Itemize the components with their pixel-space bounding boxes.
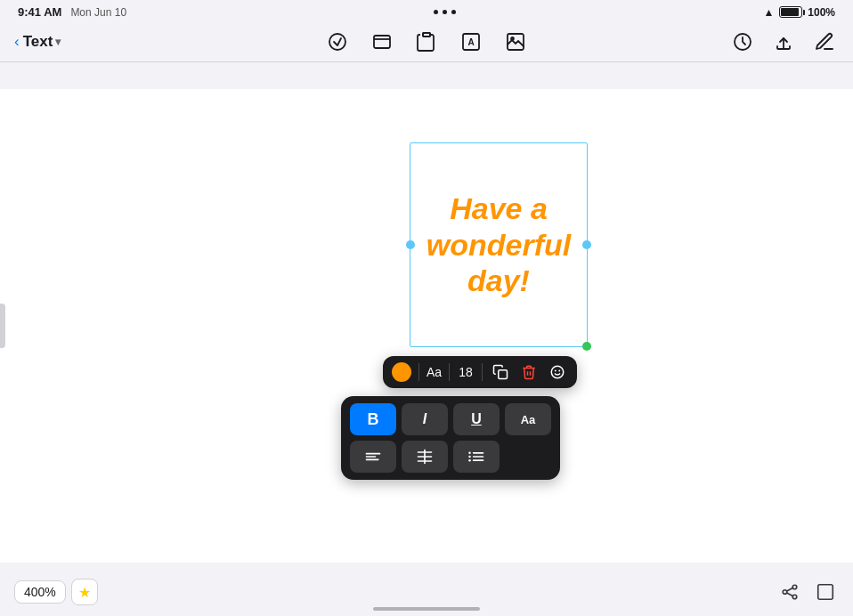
main-toolbar: ‹ Text ▾ bbox=[0, 22, 853, 62]
resize-handle-corner[interactable] bbox=[582, 342, 591, 351]
resize-handle-right[interactable] bbox=[582, 240, 591, 249]
status-bar: 9:41 AM Mon Jun 10 ▲ 100% bbox=[0, 0, 853, 22]
font-style-button[interactable]: Aa bbox=[505, 403, 551, 435]
separator2 bbox=[449, 363, 450, 381]
format-row-2 bbox=[350, 441, 551, 473]
chevron-down-icon: ▾ bbox=[55, 36, 61, 48]
svg-point-0 bbox=[329, 34, 345, 50]
format-toolbar: B I U Aa bbox=[341, 396, 560, 480]
battery-tip bbox=[803, 10, 805, 15]
dot2 bbox=[443, 10, 447, 14]
float-toolbar: Aa 18 bbox=[383, 356, 577, 388]
text-box[interactable]: Have a wonderful day! bbox=[410, 142, 588, 347]
battery-pct: 100% bbox=[808, 6, 835, 19]
format-row-1: B I U Aa bbox=[350, 403, 551, 435]
zoom-percent[interactable]: 400% bbox=[14, 580, 66, 604]
svg-rect-33 bbox=[818, 585, 833, 600]
text-box-content: Have a wonderful day! bbox=[410, 182, 587, 308]
emoji-button[interactable] bbox=[547, 361, 568, 383]
dot1 bbox=[434, 10, 438, 14]
text-box-container[interactable]: Have a wonderful day! bbox=[410, 142, 588, 347]
toolbar-center: A bbox=[323, 28, 530, 56]
separator1 bbox=[418, 363, 419, 381]
title-button[interactable]: Text ▾ bbox=[23, 33, 61, 51]
distribute-button[interactable] bbox=[402, 441, 448, 473]
dot3 bbox=[451, 10, 456, 14]
svg-rect-11 bbox=[499, 370, 508, 379]
color-picker-button[interactable] bbox=[392, 362, 411, 382]
underline-button[interactable]: U bbox=[453, 403, 500, 435]
font-button[interactable]: Aa bbox=[426, 365, 442, 379]
battery-icon bbox=[779, 6, 802, 18]
svg-rect-4 bbox=[423, 33, 430, 36]
image-icon[interactable] bbox=[501, 28, 530, 56]
svg-line-31 bbox=[787, 588, 792, 591]
share-icon[interactable] bbox=[769, 28, 798, 56]
canvas-area[interactable]: Have a wonderful day! Aa 18 bbox=[0, 89, 853, 563]
toolbar-left: ‹ Text ▾ bbox=[14, 33, 61, 51]
svg-line-32 bbox=[787, 593, 792, 596]
time: 9:41 AM bbox=[18, 5, 61, 19]
back-chevron-icon: ‹ bbox=[14, 33, 20, 51]
copy-button[interactable] bbox=[490, 361, 511, 383]
document-title: Text bbox=[23, 33, 53, 51]
back-button[interactable]: ‹ bbox=[14, 33, 20, 51]
star-icon: ★ bbox=[78, 584, 91, 601]
svg-point-28 bbox=[792, 585, 797, 589]
battery-fill bbox=[781, 8, 799, 16]
status-bar-center bbox=[434, 10, 456, 14]
toolbar-right bbox=[728, 28, 839, 56]
resize-handle-left[interactable] bbox=[406, 240, 415, 249]
svg-point-30 bbox=[792, 595, 797, 599]
network-share-icon[interactable] bbox=[776, 579, 803, 605]
fullscreen-icon[interactable] bbox=[812, 579, 839, 605]
svg-text:A: A bbox=[467, 37, 474, 47]
list-button[interactable] bbox=[453, 441, 500, 473]
svg-point-12 bbox=[551, 366, 564, 378]
text-format-icon[interactable]: A bbox=[457, 28, 485, 56]
bottom-right bbox=[776, 579, 839, 605]
svg-rect-1 bbox=[374, 36, 390, 48]
layers-icon[interactable] bbox=[368, 28, 396, 56]
status-bar-right: ▲ 100% bbox=[763, 6, 835, 19]
align-left-button[interactable] bbox=[350, 441, 396, 473]
wifi-icon: ▲ bbox=[763, 6, 774, 19]
bold-button[interactable]: B bbox=[350, 403, 396, 435]
font-size-button[interactable]: 18 bbox=[457, 365, 475, 379]
annotate-icon[interactable] bbox=[323, 28, 352, 56]
date: Mon Jun 10 bbox=[70, 6, 126, 19]
home-indicator bbox=[373, 607, 480, 611]
separator3 bbox=[482, 363, 483, 381]
edit-icon[interactable] bbox=[810, 28, 839, 56]
history-icon[interactable] bbox=[728, 28, 757, 56]
delete-button[interactable] bbox=[518, 361, 540, 383]
side-handle[interactable] bbox=[0, 304, 5, 348]
italic-button[interactable]: I bbox=[402, 403, 448, 435]
svg-point-29 bbox=[783, 590, 787, 595]
status-bar-left: 9:41 AM Mon Jun 10 bbox=[18, 5, 126, 19]
clipboard-icon[interactable] bbox=[412, 28, 441, 56]
star-button[interactable]: ★ bbox=[71, 579, 98, 605]
zoom-badge: 400% ★ bbox=[14, 579, 98, 605]
